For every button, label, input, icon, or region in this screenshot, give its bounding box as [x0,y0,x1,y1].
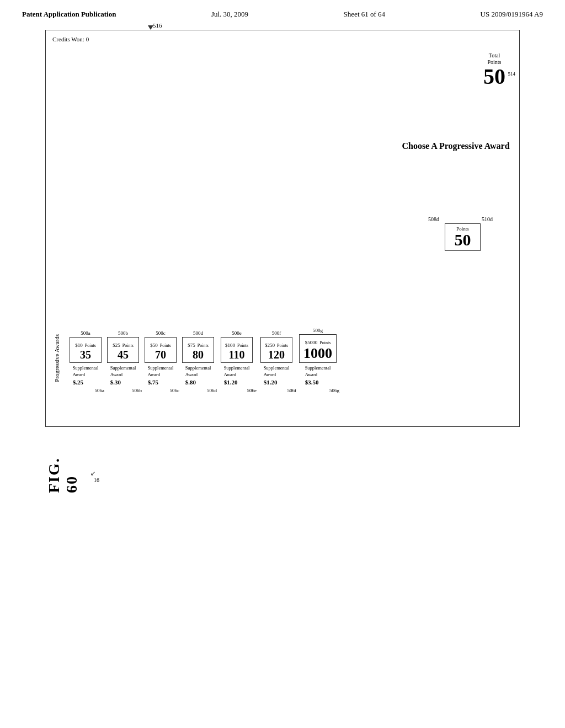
amount-500d: $75 [188,342,195,348]
pts-label-500c: Points [160,343,171,348]
suppl-label-500b: Award [110,372,122,377]
main-content: 516 Credits Won: 0 Progressive Awards 50… [0,24,565,504]
suppl-label-500f: Award [264,372,276,377]
suppl-title-500b: Supplemental [110,365,136,371]
suppl-val-500f: $1.20 [264,379,278,386]
suppl-val-500c: $.75 [148,379,158,386]
header-patent: US 2009/0191964 A9 [481,10,543,19]
ref-508d-label: 508d [428,216,439,222]
small-pts-value: 50 [450,232,476,248]
header-sheet: Sheet 61 of 64 [344,10,385,19]
pts-val-500g: 1000 [303,345,332,361]
col-500b: 500b $25 Points 45 Supplemental Award $.… [104,330,142,393]
award-card-500d: $75 Points 80 [182,337,214,363]
suppl-label-500c: Award [148,372,160,377]
col-500g-label: 500g [313,328,323,333]
suppl-title-500g: Supplemental [305,365,331,371]
award-card-500a: $10 Points 35 [70,337,102,363]
amount-500c: $50 [150,342,158,348]
suppl-val-500b: $.30 [110,379,121,386]
suppl-500a: Supplemental Award $.25 [73,365,99,387]
col-500a-label: 500a [81,330,90,336]
ref-506d: 506d [179,388,217,393]
col-500c: 500c $50 Points 70 Supplemental Award $.… [142,330,179,393]
figure-label: FIG. 60 ↙ 16 [45,443,520,493]
col-500d-label: 500d [193,330,203,336]
suppl-title-500f: Supplemental [264,365,290,371]
page-header: Patent Application Publication Jul. 30, … [0,0,565,24]
ref-506f: 506f [257,388,296,393]
fig-label-text: FIG. 60 [45,443,81,493]
suppl-500d: Supplemental Award $.80 [185,365,211,387]
award-card-500c: $50 Points 70 [145,337,177,363]
ref-16-arrow: ↙ [90,470,95,477]
header-publication: Patent Application Publication [22,10,116,19]
pts-val-500e: 110 [229,349,245,361]
ref-506b: 506b [104,388,142,393]
suppl-val-500g: $3.50 [305,379,319,386]
ref-516-label: 516 [153,22,162,29]
ref-16-label: 16 [94,477,99,483]
progressive-awards-label: Progressive Awards [54,334,60,382]
ref-506g: 506g [296,388,339,393]
suppl-title-500c: Supplemental [148,365,174,371]
award-card-500g: $5000 Points 1000 [299,334,337,363]
total-label-line1: Total [489,52,500,58]
pts-label-500f: Points [277,343,288,348]
pts-val-500d: 80 [193,349,204,361]
amount-500a: $10 [75,342,83,348]
suppl-label-500e: Award [224,372,236,377]
pts-label-500e: Points [237,343,248,348]
total-points-area: Total Points 50 514 [483,52,505,88]
choose-progressive-award-label: Choose A Progressive Award [401,141,511,152]
ref-506c: 506c [142,388,179,393]
small-points-box: Points 50 [445,223,481,251]
suppl-val-500e: $1.20 [224,379,238,386]
col-500a: 500a $10 Points 35 Supplemental Award $.… [67,330,104,393]
pts-label-500b: Points [122,343,134,348]
amount-500b: $25 [113,342,120,348]
award-card-500b: $25 Points 45 [107,337,139,363]
suppl-500g: Supplemental Award $3.50 [305,365,331,387]
diagram-inner: Credits Won: 0 Progressive Awards 500a $… [46,30,519,426]
award-card-500f: $250 Points 120 [260,337,292,363]
pts-val-500f: 120 [268,349,285,361]
award-card-500e: $100 Points 110 [221,337,253,363]
col-500e-label: 500e [232,330,242,336]
col-500d: 500d $75 Points 80 Supplemental Award $.… [179,330,217,393]
suppl-title-500e: Supplemental [224,365,250,371]
suppl-500b: Supplemental Award $.30 [110,365,136,387]
pts-label-500g: Points [319,340,331,345]
suppl-500e: Supplemental Award $1.20 [224,365,250,387]
ref-506a: 506a [67,388,104,393]
total-pts-value: 50 [483,66,505,88]
pts-label-500a: Points [85,343,96,348]
pts-val-500a: 35 [80,349,91,361]
suppl-val-500d: $.80 [185,379,196,386]
suppl-label-500g: Award [305,372,317,377]
ref-510d-label: 510d [482,216,493,222]
col-500e: 500e $100 Points 110 Supplemental Award … [217,330,257,393]
amount-500f: $250 [265,342,275,348]
suppl-val-500a: $.25 [73,379,83,386]
diagram-box: Credits Won: 0 Progressive Awards 500a $… [45,30,520,427]
pts-val-500b: 45 [118,349,129,361]
suppl-500f: Supplemental Award $1.20 [264,365,290,387]
amount-500g: $5000 [305,340,318,345]
col-500f-label: 500f [272,330,281,336]
col-500f: 500f $250 Points 120 Supplemental Award … [257,330,296,393]
pts-label-500d: Points [198,343,209,348]
suppl-title-500a: Supplemental [73,365,99,371]
suppl-500c: Supplemental Award $.75 [148,365,174,387]
col-500g: 500g $5000 Points 1000 Supplemental Awar… [296,328,339,393]
ref-506e: 506e [217,388,257,393]
ref-514: 514 [508,71,516,77]
amount-500e: $100 [225,342,235,348]
col-500b-label: 500b [118,330,128,336]
pts-val-500c: 70 [155,349,166,361]
header-date: Jul. 30, 2009 [211,10,248,19]
suppl-title-500d: Supplemental [185,365,211,371]
suppl-label-500a: Award [73,372,85,377]
credits-won-label: Credits Won: 0 [52,36,89,42]
suppl-label-500d: Award [185,372,198,377]
